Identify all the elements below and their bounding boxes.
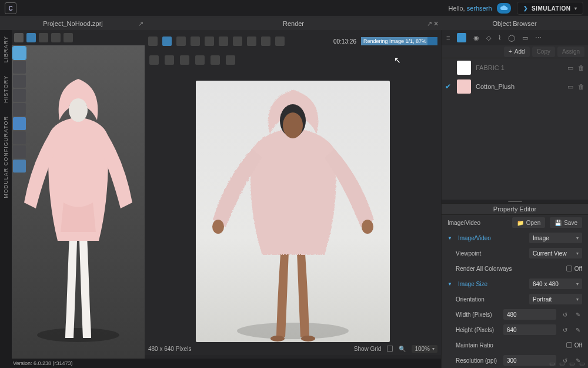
footer-icon-1[interactable]: ▭: [549, 360, 554, 367]
render-snapshot-icon[interactable]: [205, 37, 214, 46]
image-video-section[interactable]: Image/Video: [458, 235, 524, 241]
property-editor-title: Property Editor: [442, 203, 588, 215]
maintain-ratio-toggle[interactable]: Off: [566, 342, 582, 349]
render-camera-icon[interactable]: [148, 37, 158, 46]
render-turntable-icon[interactable]: [233, 37, 242, 46]
select-tool-icon[interactable]: [39, 33, 48, 42]
chevron-down-icon: ▾: [576, 251, 579, 256]
simulation-label: SIMULATION: [532, 5, 570, 12]
render-play-icon[interactable]: [162, 37, 172, 46]
trim-icon[interactable]: ◇: [486, 34, 491, 42]
globe-icon[interactable]: ◉: [473, 34, 479, 42]
render-cam2-icon[interactable]: [275, 37, 285, 46]
width-label: Width (Pixels): [447, 311, 499, 318]
width-value: 480: [507, 311, 517, 318]
image-video-select[interactable]: Image▾: [529, 233, 582, 243]
collapse-icon[interactable]: ▼: [447, 281, 452, 287]
show-grid-toggle[interactable]: [387, 346, 393, 352]
copy-fabric-button[interactable]: Copy: [532, 47, 555, 57]
topstitch-icon[interactable]: ⌇: [498, 34, 501, 42]
render-all-colorways-toggle[interactable]: Off: [566, 266, 582, 272]
render-more-icon[interactable]: [261, 37, 270, 46]
add-tool-icon[interactable]: [26, 33, 36, 42]
light-tool-icon[interactable]: [165, 55, 174, 65]
orientation-select[interactable]: Portrait▾: [529, 294, 582, 304]
svg-point-6: [362, 220, 373, 234]
save-fabric-icon[interactable]: ▭: [567, 64, 573, 72]
edit-icon[interactable]: ✎: [574, 311, 582, 318]
render-settings-icon[interactable]: [191, 37, 200, 46]
render-progress-text: Rendering Image 1/1, 87%: [363, 38, 426, 44]
zoom-fit-icon[interactable]: 🔍: [399, 346, 406, 352]
open-button[interactable]: 📁Open: [512, 217, 545, 228]
assign-fabric-button[interactable]: Assign: [557, 47, 584, 57]
fabric-swatch: [457, 61, 471, 75]
palette-texture-icon[interactable]: [13, 47, 26, 59]
fabric-row[interactable]: FABRIC 1 ▭🗑: [442, 58, 588, 77]
add-label: Add: [514, 48, 525, 55]
cursor-tool-icon[interactable]: [14, 33, 24, 42]
image-size-select[interactable]: 640 x 480▾: [529, 279, 582, 289]
render-video-icon[interactable]: [219, 37, 228, 46]
close-icon[interactable]: ✕: [433, 20, 439, 28]
delete-fabric-icon[interactable]: 🗑: [578, 83, 584, 91]
resolution-input[interactable]: 300: [503, 355, 556, 366]
fabric-row[interactable]: ✔ Cotton_Plush ▭🗑: [442, 77, 588, 96]
svg-point-2: [237, 323, 349, 339]
width-input[interactable]: 480: [503, 309, 556, 320]
collapse-icon[interactable]: ▼: [447, 236, 452, 241]
svg-point-1: [69, 98, 88, 122]
svg-point-0: [37, 328, 119, 342]
fabric-name: FABRIC 1: [476, 64, 563, 71]
3d-viewport[interactable]: [12, 45, 145, 368]
edit-icon[interactable]: ✎: [574, 327, 582, 333]
reset-icon[interactable]: ↺: [561, 327, 569, 333]
list-view-icon[interactable]: ≡: [446, 34, 450, 41]
chevron-down-icon: ▾: [432, 346, 435, 352]
grading-icon[interactable]: ▭: [522, 34, 528, 42]
library-tab[interactable]: LIBRARY: [3, 36, 9, 62]
image-size-section[interactable]: Image Size: [458, 281, 524, 287]
footer-icon-4[interactable]: ▭: [579, 360, 584, 367]
cloud-sync-icon[interactable]: [497, 3, 511, 14]
username[interactable]: serhserh: [467, 5, 492, 12]
render-viewport[interactable]: [145, 68, 441, 342]
rendered-image: [196, 81, 390, 342]
pin-tool-icon[interactable]: [64, 33, 73, 42]
maintain-ratio-label: Maintain Ratio: [447, 342, 562, 349]
panel-popout-icon[interactable]: ↗: [138, 20, 143, 28]
save-fabric-icon[interactable]: ▭: [567, 83, 573, 91]
height-input[interactable]: 640: [503, 324, 556, 335]
chevron-down-icon: ▾: [576, 297, 579, 302]
add-fabric-button[interactable]: +Add: [504, 47, 530, 57]
simulation-mode-button[interactable]: ❯ SIMULATION ▾: [517, 2, 583, 15]
svg-point-5: [212, 220, 224, 234]
app-logo[interactable]: C: [5, 2, 16, 14]
svg-point-8: [283, 112, 303, 138]
render-dimensions: 480 x 640 Pixels: [148, 346, 191, 352]
greeting: Hello, serhserh: [449, 5, 492, 12]
modular-configurator-tab[interactable]: MODULAR CONFIGURATOR: [3, 116, 9, 198]
footer-icon-3[interactable]: ▭: [569, 360, 574, 367]
render-stop-icon[interactable]: [176, 37, 186, 46]
reset-icon[interactable]: ↺: [561, 311, 569, 318]
history-tab[interactable]: HISTORY: [3, 75, 9, 103]
more-icon[interactable]: ⋯: [535, 34, 542, 42]
shadow-tool-icon[interactable]: [195, 55, 205, 65]
ground-tool-icon[interactable]: [211, 55, 220, 65]
delete-fabric-icon[interactable]: 🗑: [578, 64, 584, 72]
environment-tool-icon[interactable]: [180, 55, 189, 65]
footer-icon-2[interactable]: ▭: [559, 360, 564, 367]
material-tool-icon[interactable]: [149, 55, 159, 65]
dome-tool-icon[interactable]: [226, 55, 235, 65]
project-title: Project_NoHood.zprj: [43, 20, 103, 27]
save-button[interactable]: 💾Save: [550, 217, 582, 228]
check-icon: ✔: [445, 82, 452, 91]
measure-tool-icon[interactable]: [51, 33, 61, 42]
fabric-view-icon[interactable]: [457, 33, 466, 42]
render-export-icon[interactable]: [247, 37, 256, 46]
panel-popout-icon[interactable]: ↗: [427, 20, 432, 28]
viewpoint-select[interactable]: Current View▾: [529, 248, 582, 258]
button-icon[interactable]: ◯: [508, 34, 515, 42]
zoom-level-dropdown[interactable]: 100%▾: [412, 345, 437, 353]
